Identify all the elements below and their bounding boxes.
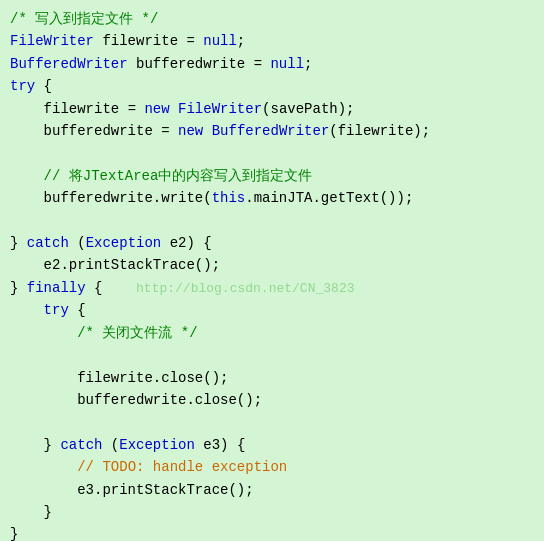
- line-11: } catch (Exception e2) {: [10, 232, 534, 254]
- line-14: try {: [10, 299, 534, 321]
- line-1: /* 写入到指定文件 */: [10, 8, 534, 30]
- line-19: [10, 411, 534, 433]
- line-12: e2.printStackTrace();: [10, 254, 534, 276]
- line-6: bufferedwrite = new BufferedWriter(filew…: [10, 120, 534, 142]
- line-2: FileWriter filewrite = null;: [10, 30, 534, 52]
- line-21: // TODO: handle exception: [10, 456, 534, 478]
- line-24: }: [10, 523, 534, 541]
- line-3: BufferedWriter bufferedwrite = null;: [10, 53, 534, 75]
- line-15: /* 关闭文件流 */: [10, 322, 534, 344]
- line-9: bufferedwrite.write(this.mainJTA.getText…: [10, 187, 534, 209]
- line-22: e3.printStackTrace();: [10, 479, 534, 501]
- line-7: [10, 142, 534, 164]
- line-18: bufferedwrite.close();: [10, 389, 534, 411]
- line-5: filewrite = new FileWriter(savePath);: [10, 98, 534, 120]
- code-editor: /* 写入到指定文件 */ FileWriter filewrite = nul…: [0, 0, 544, 541]
- line-8: // 将JTextArea中的内容写入到指定文件: [10, 165, 534, 187]
- line-13: } finally { http://blog.csdn.net/CN_3823: [10, 277, 534, 300]
- line-20: } catch (Exception e3) {: [10, 434, 534, 456]
- line-16: [10, 344, 534, 366]
- line-4: try {: [10, 75, 534, 97]
- line-17: filewrite.close();: [10, 367, 534, 389]
- line-23: }: [10, 501, 534, 523]
- line-10: [10, 210, 534, 232]
